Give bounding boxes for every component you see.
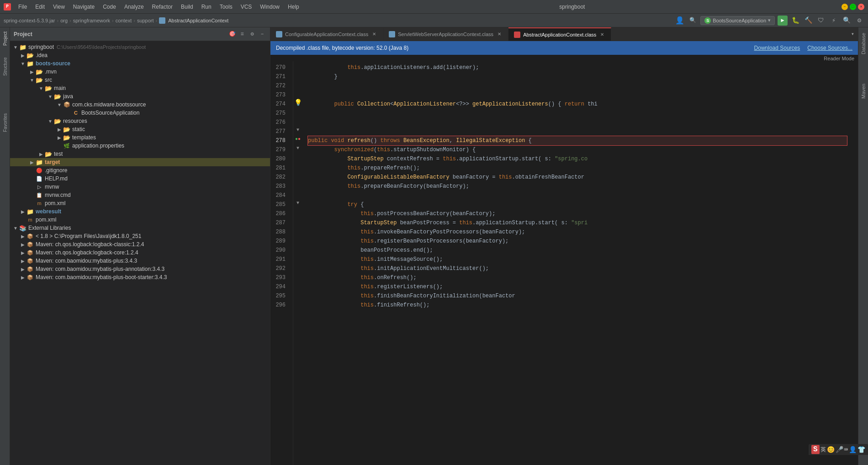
sidebar-tab-maven[interactable]: Maven (859, 78, 868, 104)
tab-icon-abstract (514, 32, 520, 38)
tree-item-jdk[interactable]: 📦 < 1.8 > C:\Program Files\Java\jdk1.8.0… (10, 232, 270, 240)
tree-item-webresult[interactable]: 📁 webresult (10, 207, 270, 216)
tree-item-mybatis-ann[interactable]: 📦 Maven: com.baomidou:mybatis-plus-annot… (10, 265, 270, 273)
panel-locate-btn[interactable]: 🎯 (228, 30, 236, 38)
tab-more[interactable]: ▾ (847, 27, 858, 41)
tab-close-abstract[interactable]: ✕ (599, 32, 605, 37)
tree-item-target[interactable]: 📁 target (10, 158, 270, 166)
tree-item-mybatis-boot[interactable]: 📦 Maven: com.baomidou:mybatis-plus-boot-… (10, 273, 270, 281)
tree-item-pom-boots[interactable]: m pom.xml (10, 199, 270, 207)
tree-item-logback-core[interactable]: 📦 Maven: ch.qos.logback:logback-core:1.2… (10, 248, 270, 257)
coverage-button[interactable]: 🛡 (816, 16, 826, 26)
menu-code[interactable]: Code (99, 3, 120, 11)
tree-label-ext-libs: External Libraries (28, 225, 71, 231)
menu-navigate[interactable]: Navigate (69, 3, 98, 11)
search-button[interactable]: 🔍 (842, 16, 852, 26)
tree-item-boots-source[interactable]: 📁 boots-source (10, 59, 270, 68)
tree-icon-app-props: 🌿 (63, 142, 70, 149)
line-num-293: 293 (270, 273, 289, 282)
menu-refactor[interactable]: Refactor (148, 3, 176, 11)
panel-collapse-btn[interactable]: ≡ (238, 30, 246, 38)
maximize-button[interactable]: □ (850, 4, 856, 10)
main-layout: Project Structure Favorites Project 🎯 ≡ … (0, 27, 868, 465)
menu-window[interactable]: Window (256, 3, 283, 11)
menu-analyze[interactable]: Analyze (121, 3, 148, 11)
tree-arrow-boots (19, 61, 26, 66)
tree-item-mybatis-plus[interactable]: 📦 Maven: com.baomidou:mybatis-plus:3.4.3 (10, 257, 270, 265)
tab-servlet[interactable]: ServletWebServerApplicationContext.class… (383, 27, 508, 41)
sidebar-tab-database[interactable]: Database (859, 27, 868, 60)
tab-close-configurable[interactable]: ✕ (371, 31, 377, 37)
tree-item-mvn[interactable]: 📂 .mvn (10, 68, 270, 76)
tree-item-main[interactable]: 📂 main (10, 84, 270, 92)
menu-build[interactable]: Build (177, 3, 197, 11)
menu-file[interactable]: File (15, 3, 31, 11)
panel-settings-btn[interactable]: ⚙ (248, 30, 256, 38)
tree-item-com[interactable]: 📦 com.cks.midware.bootssource (10, 100, 270, 109)
menu-view[interactable]: View (49, 3, 69, 11)
file-tree: 📁 springboot C:\Users\95645\IdeaProjects… (10, 41, 270, 465)
tree-item-help[interactable]: 📄 HELP.md (10, 174, 270, 183)
code-editor[interactable]: 270 271 272 273 274 275 276 277 278 279 … (270, 61, 858, 465)
menu-help[interactable]: Help (284, 3, 303, 11)
tree-item-idea[interactable]: 📂 .idea (10, 51, 270, 59)
tree-item-ext-libs[interactable]: 📚 External Libraries (10, 224, 270, 232)
sidebar-tab-favorites[interactable]: Favorites (0, 113, 10, 132)
tab-configurable[interactable]: ConfigurableApplicationContext.class ✕ (270, 27, 383, 41)
tree-item-gitignore[interactable]: 🔴 .gitignore (10, 166, 270, 174)
tree-item-pom-root[interactable]: m pom.xml (10, 216, 270, 224)
breadcrumb-context[interactable]: context (116, 18, 132, 23)
breadcrumb-support[interactable]: support (137, 18, 154, 23)
tree-item-java[interactable]: 📂 java (10, 92, 270, 100)
tree-arrow-mybatis-plus (19, 259, 26, 264)
debug-button[interactable]: 🐛 (790, 16, 800, 26)
tree-item-springboot[interactable]: 📁 springboot C:\Users\95645\IdeaProjects… (10, 43, 270, 51)
menu-tools[interactable]: Tools (216, 3, 236, 11)
breadcrumb-springframework[interactable]: springframework (73, 18, 110, 23)
settings-button[interactable]: ⚙ (854, 16, 864, 26)
tree-item-logback-classic[interactable]: 📦 Maven: ch.qos.logback:logback-classic:… (10, 240, 270, 248)
choose-sources-link[interactable]: Choose Sources... (807, 45, 852, 51)
breadcrumb-jar[interactable]: spring-context-5.3.9.jar (4, 18, 55, 23)
tree-item-mvnw-cmd[interactable]: 📋 mvnw.cmd (10, 191, 270, 199)
build-button[interactable]: 🔨 (803, 16, 813, 26)
download-sources-link[interactable]: Download Sources (754, 45, 800, 51)
sidebar-tab-structure[interactable]: Structure (0, 58, 10, 76)
menu-run[interactable]: Run (198, 3, 215, 11)
tree-item-boots-app[interactable]: C BootsSourceApplication (10, 109, 270, 117)
tree-item-resources[interactable]: 📂 resources (10, 117, 270, 125)
breadcrumb-class[interactable]: AbstractApplicationContext (168, 18, 228, 23)
tree-item-templates[interactable]: 📂 templates (10, 133, 270, 142)
code-line-278: public void refresh() throws BeansExcept… (308, 136, 847, 145)
editor-area: ConfigurableApplicationContext.class ✕ S… (270, 27, 858, 465)
run-config-dropdown[interactable]: ▾ (768, 17, 771, 23)
person-icon[interactable]: 👤 (675, 16, 685, 26)
tree-item-mvnw[interactable]: ▷ mvnw (10, 183, 270, 191)
breadcrumb-org[interactable]: org (60, 18, 68, 23)
menu-vcs[interactable]: VCS (237, 3, 256, 11)
run-configuration[interactable]: S BootsSourceApplication ▾ (700, 16, 775, 25)
reader-mode-label[interactable]: Reader Mode (824, 56, 854, 61)
tree-item-src[interactable]: 📂 src (10, 76, 270, 84)
panel-hide-btn[interactable]: – (258, 30, 266, 38)
tree-label-resources: resources (63, 118, 87, 124)
search-nav-icon[interactable]: 🔍 (688, 16, 698, 26)
tree-item-static[interactable]: 📂 static (10, 125, 270, 133)
tree-item-app-props[interactable]: 🌿 application.properties (10, 142, 270, 150)
more-run-button[interactable]: ⚡ (829, 16, 839, 26)
close-button[interactable]: ✕ (858, 4, 864, 10)
menu-edit[interactable]: Edit (32, 3, 48, 11)
gutter-284 (293, 189, 302, 198)
minimize-button[interactable]: – (842, 4, 848, 10)
tree-icon-boots-app: C (72, 109, 79, 116)
tree-arrow-idea (19, 53, 26, 58)
tab-abstract[interactable]: AbstractApplicationContext.class ✕ (508, 27, 611, 41)
run-button[interactable]: ▶ (778, 16, 788, 26)
sidebar-tab-project[interactable]: Project (0, 29, 10, 48)
tree-item-test[interactable]: 📂 test (10, 150, 270, 158)
code-content[interactable]: this.applicationListeners.add(listener);… (302, 61, 852, 465)
scrollbar[interactable] (852, 61, 858, 465)
tab-close-servlet[interactable]: ✕ (496, 31, 503, 37)
tree-arrow-jdk (19, 234, 26, 239)
project-panel-title: Project (14, 31, 225, 37)
